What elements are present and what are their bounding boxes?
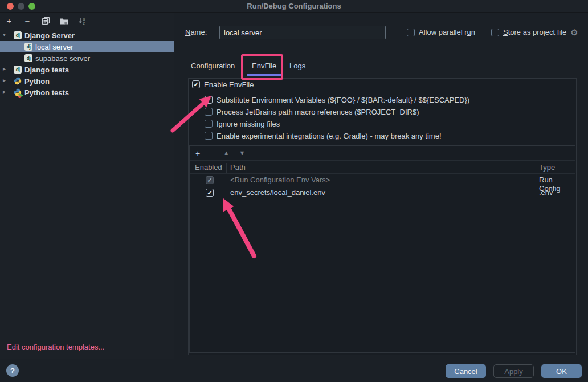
python-icon	[14, 77, 22, 85]
env-file-path: <Run Configuration Env Vars>	[230, 176, 330, 184]
table-row[interactable]: ✓ <Run Configuration Env Vars> Run Confi…	[190, 174, 575, 186]
add-env-file-button[interactable]: +	[195, 149, 200, 157]
store-as-project-file-label: Store as project file	[503, 28, 566, 36]
django-icon: dj	[24, 54, 32, 62]
window-title: Run/Debug Configurations	[0, 2, 588, 10]
plus-icon: +	[7, 16, 12, 26]
tree-item-label: local server	[35, 43, 73, 51]
env-file-path: env_secrets/local_daniel.env	[230, 188, 325, 197]
tree-item-python-tests[interactable]: ▸ Python tests	[0, 87, 174, 98]
tree-item-label: supabase server	[35, 54, 90, 63]
edit-configuration-templates-link[interactable]: Edit configuration templates...	[7, 343, 104, 351]
name-label: Name:	[185, 28, 207, 36]
tree-item-python[interactable]: ▸ Python	[0, 75, 174, 87]
envfile-tab-panel: ✓ Enable EnvFile ✓ Substitute Environmen…	[188, 78, 577, 355]
configurations-sidebar: + − a z	[0, 13, 174, 359]
test-run-badge-icon	[18, 93, 23, 98]
env-files-table: + − ▲ ▼ Enabled Path Type ✓ <Run Configu…	[189, 145, 575, 353]
checkbox-icon[interactable]: ✓	[205, 96, 213, 104]
gear-icon[interactable]: ⚙	[570, 28, 578, 36]
option-label: Substitute Environment Variables (${FOO}…	[217, 96, 469, 104]
check-icon: ✓	[193, 82, 198, 88]
svg-text:z: z	[83, 21, 85, 25]
active-tab-underline	[247, 74, 282, 76]
table-header: Enabled Path Type	[190, 161, 575, 174]
checkbox-icon[interactable]: ✓	[192, 80, 200, 88]
folder-plus-icon	[59, 17, 68, 25]
configurations-tree: ▾ dj Django Server dj local server dj su…	[0, 30, 174, 98]
allow-parallel-run-label: Allow parallel run	[419, 28, 475, 36]
sidebar-toolbar: + − a z	[0, 13, 174, 29]
check-icon: ✓	[206, 97, 211, 103]
copy-configuration-button[interactable]	[40, 15, 51, 27]
checkbox-icon[interactable]	[205, 120, 213, 128]
tab-configuration[interactable]: Configuration	[191, 62, 235, 72]
remove-env-file-button[interactable]: −	[210, 150, 213, 156]
column-header-path: Path	[230, 163, 246, 172]
checkbox-icon[interactable]	[491, 29, 499, 36]
column-separator	[536, 163, 536, 173]
minus-icon: −	[210, 149, 213, 156]
tab-envfile[interactable]: EnvFile	[252, 62, 276, 72]
python-tests-icon	[14, 88, 22, 96]
arrow-up-icon: ▲	[223, 149, 230, 156]
help-button[interactable]: ?	[6, 364, 19, 377]
minus-icon: −	[25, 16, 30, 26]
footer-buttons: Cancel Apply OK	[446, 364, 582, 378]
tree-item-supabase-server[interactable]: dj supabase server	[0, 52, 174, 64]
django-tests-icon: dj	[14, 66, 22, 74]
ok-button[interactable]: OK	[541, 364, 582, 378]
add-configuration-button[interactable]: +	[3, 15, 15, 27]
option-label: Enable EnvFile	[204, 80, 254, 89]
chevron-right-icon[interactable]: ▸	[3, 66, 10, 72]
dialog-footer: ? Cancel Apply OK	[0, 359, 588, 382]
check-icon: ✓	[207, 190, 212, 196]
column-header-enabled: Enabled	[195, 163, 222, 172]
tree-item-local-server[interactable]: dj local server	[0, 41, 174, 52]
allow-parallel-run-checkbox[interactable]: Allow parallel run	[407, 28, 475, 36]
title-bar: Run/Debug Configurations	[0, 0, 588, 13]
name-input[interactable]	[219, 26, 386, 39]
move-down-button[interactable]: ▼	[239, 150, 246, 156]
chevron-right-icon[interactable]: ▸	[3, 77, 10, 83]
tree-item-django-tests[interactable]: ▸ dj Django tests	[0, 64, 174, 75]
tree-item-django-server[interactable]: ▾ dj Django Server	[0, 30, 174, 41]
store-as-project-file-checkbox[interactable]: Store as project file ⚙	[491, 28, 578, 36]
checkbox-icon[interactable]	[407, 29, 415, 36]
sort-alphabetically-icon: a z	[78, 17, 87, 25]
svg-text:a: a	[83, 17, 85, 21]
new-folder-button[interactable]	[58, 15, 70, 27]
env-file-type: .env	[539, 188, 553, 197]
table-row[interactable]: ✓ env_secrets/local_daniel.env .env	[190, 186, 575, 199]
substitute-env-vars-checkbox[interactable]: ✓ Substitute Environment Variables (${FO…	[205, 95, 469, 104]
tree-item-label: Django tests	[24, 66, 69, 74]
apply-button[interactable]: Apply	[493, 364, 534, 378]
chevron-down-icon[interactable]: ▾	[3, 31, 10, 38]
plus-icon: +	[195, 149, 200, 158]
cancel-button[interactable]: Cancel	[446, 364, 486, 378]
option-label: Process JetBrains path macro references …	[217, 108, 419, 116]
tree-item-label: Django Server	[24, 31, 75, 40]
checkbox-icon[interactable]	[205, 108, 213, 116]
check-icon: ✓	[207, 177, 212, 184]
sort-configurations-button[interactable]: a z	[76, 15, 88, 27]
tree-item-label: Python tests	[24, 88, 69, 97]
question-mark-icon: ?	[10, 367, 15, 375]
checkbox-icon[interactable]	[205, 132, 213, 140]
column-separator	[226, 163, 227, 173]
tree-item-label: Python	[24, 77, 50, 86]
option-label: Ignore missing files	[217, 120, 280, 128]
option-label: Enable experimental integrations (e.g. G…	[217, 132, 442, 140]
ignore-missing-files-checkbox[interactable]: Ignore missing files	[205, 119, 280, 128]
remove-configuration-button[interactable]: −	[22, 15, 33, 27]
enable-envfile-checkbox[interactable]: ✓ Enable EnvFile	[192, 80, 254, 89]
tab-logs[interactable]: Logs	[289, 62, 305, 72]
django-icon: dj	[14, 31, 22, 39]
move-up-button[interactable]: ▲	[223, 150, 230, 156]
checkbox-icon: ✓	[206, 176, 214, 184]
copy-icon	[42, 17, 50, 25]
chevron-right-icon[interactable]: ▸	[3, 88, 10, 95]
experimental-integrations-checkbox[interactable]: Enable experimental integrations (e.g. G…	[205, 131, 442, 140]
checkbox-icon[interactable]: ✓	[206, 189, 214, 197]
process-path-macro-checkbox[interactable]: Process JetBrains path macro references …	[205, 107, 419, 116]
